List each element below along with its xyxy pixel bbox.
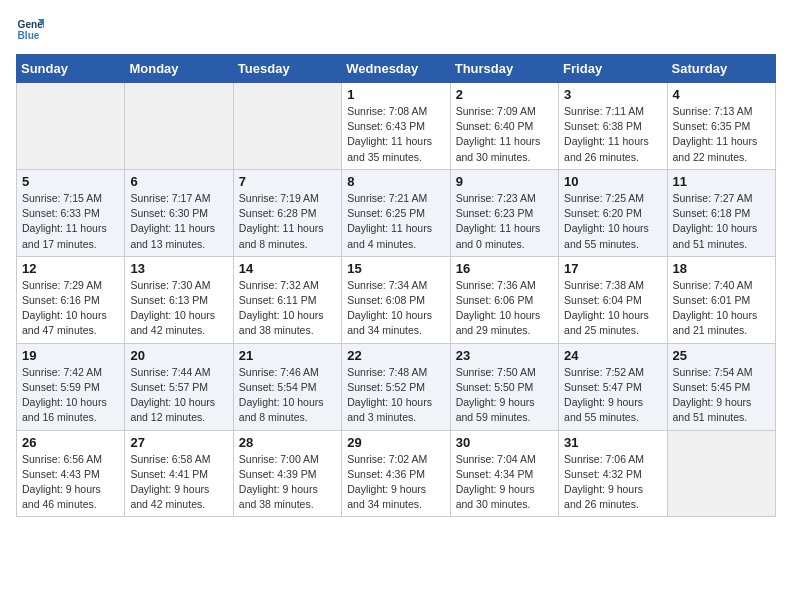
- day-number: 9: [456, 174, 553, 189]
- calendar-cell: [17, 83, 125, 170]
- week-row-1: 1Sunrise: 7:08 AM Sunset: 6:43 PM Daylig…: [17, 83, 776, 170]
- calendar-cell: [233, 83, 341, 170]
- day-number: 12: [22, 261, 119, 276]
- day-number: 2: [456, 87, 553, 102]
- day-info: Sunrise: 7:30 AM Sunset: 6:13 PM Dayligh…: [130, 278, 227, 339]
- calendar-cell: 27Sunrise: 6:58 AM Sunset: 4:41 PM Dayli…: [125, 430, 233, 517]
- header-day-tuesday: Tuesday: [233, 55, 341, 83]
- day-info: Sunrise: 7:40 AM Sunset: 6:01 PM Dayligh…: [673, 278, 770, 339]
- day-info: Sunrise: 7:27 AM Sunset: 6:18 PM Dayligh…: [673, 191, 770, 252]
- calendar-cell: 11Sunrise: 7:27 AM Sunset: 6:18 PM Dayli…: [667, 169, 775, 256]
- calendar-cell: 17Sunrise: 7:38 AM Sunset: 6:04 PM Dayli…: [559, 256, 667, 343]
- day-number: 19: [22, 348, 119, 363]
- calendar-cell: 8Sunrise: 7:21 AM Sunset: 6:25 PM Daylig…: [342, 169, 450, 256]
- day-info: Sunrise: 7:48 AM Sunset: 5:52 PM Dayligh…: [347, 365, 444, 426]
- day-number: 28: [239, 435, 336, 450]
- calendar-cell: 3Sunrise: 7:11 AM Sunset: 6:38 PM Daylig…: [559, 83, 667, 170]
- day-info: Sunrise: 7:36 AM Sunset: 6:06 PM Dayligh…: [456, 278, 553, 339]
- day-info: Sunrise: 7:09 AM Sunset: 6:40 PM Dayligh…: [456, 104, 553, 165]
- day-number: 8: [347, 174, 444, 189]
- day-number: 11: [673, 174, 770, 189]
- day-number: 27: [130, 435, 227, 450]
- day-number: 13: [130, 261, 227, 276]
- day-info: Sunrise: 7:02 AM Sunset: 4:36 PM Dayligh…: [347, 452, 444, 513]
- day-info: Sunrise: 7:52 AM Sunset: 5:47 PM Dayligh…: [564, 365, 661, 426]
- calendar-cell: 21Sunrise: 7:46 AM Sunset: 5:54 PM Dayli…: [233, 343, 341, 430]
- day-info: Sunrise: 7:34 AM Sunset: 6:08 PM Dayligh…: [347, 278, 444, 339]
- calendar-cell: 22Sunrise: 7:48 AM Sunset: 5:52 PM Dayli…: [342, 343, 450, 430]
- day-info: Sunrise: 7:38 AM Sunset: 6:04 PM Dayligh…: [564, 278, 661, 339]
- day-number: 7: [239, 174, 336, 189]
- calendar-cell: 19Sunrise: 7:42 AM Sunset: 5:59 PM Dayli…: [17, 343, 125, 430]
- day-info: Sunrise: 7:17 AM Sunset: 6:30 PM Dayligh…: [130, 191, 227, 252]
- logo: General Blue: [16, 16, 48, 44]
- calendar-cell: 16Sunrise: 7:36 AM Sunset: 6:06 PM Dayli…: [450, 256, 558, 343]
- header-day-monday: Monday: [125, 55, 233, 83]
- day-info: Sunrise: 7:11 AM Sunset: 6:38 PM Dayligh…: [564, 104, 661, 165]
- calendar-cell: 6Sunrise: 7:17 AM Sunset: 6:30 PM Daylig…: [125, 169, 233, 256]
- calendar-cell: 23Sunrise: 7:50 AM Sunset: 5:50 PM Dayli…: [450, 343, 558, 430]
- calendar-cell: [667, 430, 775, 517]
- day-number: 16: [456, 261, 553, 276]
- calendar-cell: 31Sunrise: 7:06 AM Sunset: 4:32 PM Dayli…: [559, 430, 667, 517]
- day-info: Sunrise: 7:32 AM Sunset: 6:11 PM Dayligh…: [239, 278, 336, 339]
- day-number: 23: [456, 348, 553, 363]
- calendar-cell: 2Sunrise: 7:09 AM Sunset: 6:40 PM Daylig…: [450, 83, 558, 170]
- day-number: 18: [673, 261, 770, 276]
- calendar-cell: 20Sunrise: 7:44 AM Sunset: 5:57 PM Dayli…: [125, 343, 233, 430]
- day-number: 26: [22, 435, 119, 450]
- week-row-2: 5Sunrise: 7:15 AM Sunset: 6:33 PM Daylig…: [17, 169, 776, 256]
- calendar-cell: 5Sunrise: 7:15 AM Sunset: 6:33 PM Daylig…: [17, 169, 125, 256]
- day-number: 5: [22, 174, 119, 189]
- day-number: 17: [564, 261, 661, 276]
- calendar-cell: 1Sunrise: 7:08 AM Sunset: 6:43 PM Daylig…: [342, 83, 450, 170]
- week-row-4: 19Sunrise: 7:42 AM Sunset: 5:59 PM Dayli…: [17, 343, 776, 430]
- calendar-cell: 28Sunrise: 7:00 AM Sunset: 4:39 PM Dayli…: [233, 430, 341, 517]
- calendar-cell: 13Sunrise: 7:30 AM Sunset: 6:13 PM Dayli…: [125, 256, 233, 343]
- day-number: 1: [347, 87, 444, 102]
- week-row-3: 12Sunrise: 7:29 AM Sunset: 6:16 PM Dayli…: [17, 256, 776, 343]
- day-number: 4: [673, 87, 770, 102]
- day-info: Sunrise: 7:25 AM Sunset: 6:20 PM Dayligh…: [564, 191, 661, 252]
- calendar-cell: 25Sunrise: 7:54 AM Sunset: 5:45 PM Dayli…: [667, 343, 775, 430]
- header-day-thursday: Thursday: [450, 55, 558, 83]
- day-number: 29: [347, 435, 444, 450]
- day-info: Sunrise: 6:58 AM Sunset: 4:41 PM Dayligh…: [130, 452, 227, 513]
- day-number: 6: [130, 174, 227, 189]
- calendar-cell: 14Sunrise: 7:32 AM Sunset: 6:11 PM Dayli…: [233, 256, 341, 343]
- day-info: Sunrise: 7:15 AM Sunset: 6:33 PM Dayligh…: [22, 191, 119, 252]
- day-info: Sunrise: 6:56 AM Sunset: 4:43 PM Dayligh…: [22, 452, 119, 513]
- day-number: 3: [564, 87, 661, 102]
- day-number: 14: [239, 261, 336, 276]
- svg-text:Blue: Blue: [18, 30, 40, 41]
- day-info: Sunrise: 7:29 AM Sunset: 6:16 PM Dayligh…: [22, 278, 119, 339]
- day-number: 30: [456, 435, 553, 450]
- day-number: 10: [564, 174, 661, 189]
- header-day-sunday: Sunday: [17, 55, 125, 83]
- calendar-cell: 7Sunrise: 7:19 AM Sunset: 6:28 PM Daylig…: [233, 169, 341, 256]
- day-info: Sunrise: 7:06 AM Sunset: 4:32 PM Dayligh…: [564, 452, 661, 513]
- calendar-cell: 12Sunrise: 7:29 AM Sunset: 6:16 PM Dayli…: [17, 256, 125, 343]
- calendar-cell: 18Sunrise: 7:40 AM Sunset: 6:01 PM Dayli…: [667, 256, 775, 343]
- day-info: Sunrise: 7:04 AM Sunset: 4:34 PM Dayligh…: [456, 452, 553, 513]
- calendar-cell: 4Sunrise: 7:13 AM Sunset: 6:35 PM Daylig…: [667, 83, 775, 170]
- day-number: 22: [347, 348, 444, 363]
- calendar-cell: 15Sunrise: 7:34 AM Sunset: 6:08 PM Dayli…: [342, 256, 450, 343]
- day-number: 25: [673, 348, 770, 363]
- calendar-header-row: SundayMondayTuesdayWednesdayThursdayFrid…: [17, 55, 776, 83]
- day-info: Sunrise: 7:44 AM Sunset: 5:57 PM Dayligh…: [130, 365, 227, 426]
- header-day-friday: Friday: [559, 55, 667, 83]
- day-number: 24: [564, 348, 661, 363]
- page-header: General Blue: [16, 16, 776, 44]
- calendar-cell: 9Sunrise: 7:23 AM Sunset: 6:23 PM Daylig…: [450, 169, 558, 256]
- day-info: Sunrise: 7:23 AM Sunset: 6:23 PM Dayligh…: [456, 191, 553, 252]
- day-number: 15: [347, 261, 444, 276]
- day-info: Sunrise: 7:13 AM Sunset: 6:35 PM Dayligh…: [673, 104, 770, 165]
- header-day-saturday: Saturday: [667, 55, 775, 83]
- calendar-cell: 26Sunrise: 6:56 AM Sunset: 4:43 PM Dayli…: [17, 430, 125, 517]
- calendar-cell: 10Sunrise: 7:25 AM Sunset: 6:20 PM Dayli…: [559, 169, 667, 256]
- calendar-cell: 24Sunrise: 7:52 AM Sunset: 5:47 PM Dayli…: [559, 343, 667, 430]
- logo-icon: General Blue: [16, 16, 44, 44]
- calendar-cell: 30Sunrise: 7:04 AM Sunset: 4:34 PM Dayli…: [450, 430, 558, 517]
- day-info: Sunrise: 7:08 AM Sunset: 6:43 PM Dayligh…: [347, 104, 444, 165]
